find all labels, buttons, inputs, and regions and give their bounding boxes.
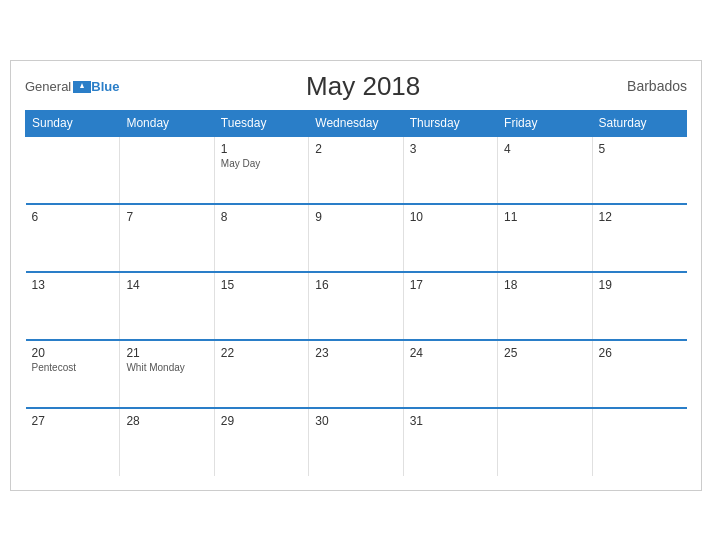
- calendar-cell: 12: [592, 204, 686, 272]
- calendar-cell: 11: [498, 204, 592, 272]
- calendar-week-row: 6789101112: [26, 204, 687, 272]
- calendar-cell: 23: [309, 340, 403, 408]
- day-number: 23: [315, 346, 396, 360]
- calendar-cell: 25: [498, 340, 592, 408]
- day-number: 26: [599, 346, 681, 360]
- calendar-cell: 19: [592, 272, 686, 340]
- day-number: 20: [32, 346, 114, 360]
- logo: General Blue: [25, 80, 119, 93]
- day-header-tuesday: Tuesday: [214, 110, 308, 136]
- calendar-cell: 10: [403, 204, 497, 272]
- day-number: 5: [599, 142, 681, 156]
- day-number: 30: [315, 414, 396, 428]
- holiday-label: Whit Monday: [126, 362, 207, 373]
- calendar-cell: 27: [26, 408, 120, 476]
- day-number: 12: [599, 210, 681, 224]
- calendar-cell: 26: [592, 340, 686, 408]
- day-number: 22: [221, 346, 302, 360]
- calendar-cell: 29: [214, 408, 308, 476]
- day-number: 15: [221, 278, 302, 292]
- calendar-cell: [120, 136, 214, 204]
- calendar-cell: 3: [403, 136, 497, 204]
- calendar-cell: 13: [26, 272, 120, 340]
- calendar-cell: 14: [120, 272, 214, 340]
- calendar-cell: 4: [498, 136, 592, 204]
- calendar-cell: 15: [214, 272, 308, 340]
- calendar-cell: 28: [120, 408, 214, 476]
- calendar-cell: 22: [214, 340, 308, 408]
- day-header-friday: Friday: [498, 110, 592, 136]
- day-header-sunday: Sunday: [26, 110, 120, 136]
- day-number: 1: [221, 142, 302, 156]
- day-number: 31: [410, 414, 491, 428]
- calendar-cell: 9: [309, 204, 403, 272]
- day-number: 17: [410, 278, 491, 292]
- day-number: 28: [126, 414, 207, 428]
- day-number: 4: [504, 142, 585, 156]
- day-number: 27: [32, 414, 114, 428]
- day-header-monday: Monday: [120, 110, 214, 136]
- day-number: 25: [504, 346, 585, 360]
- day-number: 8: [221, 210, 302, 224]
- calendar-cell: 20Pentecost: [26, 340, 120, 408]
- calendar-cell: 1May Day: [214, 136, 308, 204]
- calendar-cell: 17: [403, 272, 497, 340]
- calendar-week-row: 1May Day2345: [26, 136, 687, 204]
- holiday-label: Pentecost: [32, 362, 114, 373]
- day-number: 10: [410, 210, 491, 224]
- day-number: 24: [410, 346, 491, 360]
- calendar-week-row: 2728293031: [26, 408, 687, 476]
- calendar-cell: [498, 408, 592, 476]
- calendar-cell: [592, 408, 686, 476]
- day-number: 13: [32, 278, 114, 292]
- day-number: 16: [315, 278, 396, 292]
- day-number: 6: [32, 210, 114, 224]
- day-number: 3: [410, 142, 491, 156]
- calendar-cell: 30: [309, 408, 403, 476]
- day-number: 14: [126, 278, 207, 292]
- calendar-cell: [26, 136, 120, 204]
- calendar-cell: 21Whit Monday: [120, 340, 214, 408]
- logo-general-text: General: [25, 80, 71, 93]
- day-number: 19: [599, 278, 681, 292]
- calendar-cell: 5: [592, 136, 686, 204]
- days-header-row: SundayMondayTuesdayWednesdayThursdayFrid…: [26, 110, 687, 136]
- holiday-label: May Day: [221, 158, 302, 169]
- day-header-wednesday: Wednesday: [309, 110, 403, 136]
- day-number: 7: [126, 210, 207, 224]
- logo-blue-text: Blue: [91, 80, 119, 93]
- calendar-cell: 2: [309, 136, 403, 204]
- calendar-title: May 2018: [119, 71, 607, 102]
- day-number: 9: [315, 210, 396, 224]
- calendar-week-row: 13141516171819: [26, 272, 687, 340]
- calendar-cell: 24: [403, 340, 497, 408]
- day-number: 11: [504, 210, 585, 224]
- calendar-cell: 31: [403, 408, 497, 476]
- day-number: 2: [315, 142, 396, 156]
- calendar-cell: 8: [214, 204, 308, 272]
- day-number: 21: [126, 346, 207, 360]
- day-number: 29: [221, 414, 302, 428]
- calendar-table: SundayMondayTuesdayWednesdayThursdayFrid…: [25, 110, 687, 476]
- calendar-cell: 16: [309, 272, 403, 340]
- calendar-week-row: 20Pentecost21Whit Monday2223242526: [26, 340, 687, 408]
- calendar-cell: 18: [498, 272, 592, 340]
- day-header-saturday: Saturday: [592, 110, 686, 136]
- calendar-container: General Blue May 2018 Barbados SundayMon…: [10, 60, 702, 491]
- country-name: Barbados: [607, 78, 687, 94]
- day-number: 18: [504, 278, 585, 292]
- logo-flag-icon: [73, 81, 91, 93]
- day-header-thursday: Thursday: [403, 110, 497, 136]
- calendar-cell: 7: [120, 204, 214, 272]
- calendar-cell: 6: [26, 204, 120, 272]
- calendar-header: General Blue May 2018 Barbados: [25, 71, 687, 102]
